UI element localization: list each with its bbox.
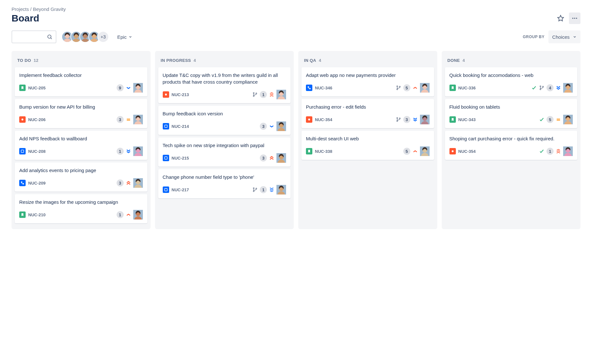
column-header: DONE 4 [445,54,578,67]
card[interactable]: Multi-dest search UI web NUC-338 5 [301,131,434,160]
assignee-avatar[interactable] [420,83,430,93]
story-points-badge: 4 [547,84,554,91]
priority-low-icon [126,85,131,91]
assignee-avatar[interactable] [276,90,286,99]
svg-point-28 [253,95,254,96]
breadcrumb-project[interactable]: Beyond Gravity [33,6,66,12]
story-points-badge: 3 [260,123,267,130]
assignee-avatar[interactable] [563,115,573,124]
story-points-badge: 3 [117,179,124,186]
svg-point-14 [21,119,23,120]
priority-lowest-icon [555,85,561,91]
story-points-badge: 5 [403,84,410,91]
assignee-avatar[interactable] [133,178,143,188]
issue-type-task-icon [19,148,26,154]
priority-lowest-icon [412,117,418,122]
svg-rect-21 [23,183,24,185]
assignee-avatar[interactable] [133,210,143,219]
card-title: Add NPS feedback to wallboard [19,135,143,142]
avatar-overflow[interactable]: +3 [97,31,109,43]
avatar-stack[interactable]: +3 [62,31,109,43]
assignee-avatar[interactable] [420,115,430,124]
card[interactable]: Implement feedback collector NUC-205 9 [15,67,147,96]
card[interactable]: Purchasing error - edit fields NUC-354 3 [301,99,434,128]
card[interactable]: Quick booking for accomodations - web NU… [445,67,578,96]
story-points-badge: 1 [117,148,124,155]
column-todo: TO DO 12 Implement feedback collector NU… [12,51,151,229]
story-points-badge: 3 [260,154,267,161]
assignee-avatar[interactable] [276,121,286,131]
page-title: Board [12,13,39,24]
epic-filter[interactable]: Epic [114,31,136,43]
priority-mediumhigh-icon [412,85,418,91]
priority-low-icon [269,123,275,129]
more-button[interactable] [569,12,580,24]
card[interactable]: Resize the images for the upcoming campa… [15,194,147,223]
groupby-select[interactable]: Choices [548,30,580,43]
priority-medium-icon [126,117,131,122]
chevron-down-icon [573,35,577,39]
card[interactable]: Add analytics events to pricing page NUC… [15,162,147,192]
svg-rect-17 [21,150,24,153]
assignee-avatar[interactable] [133,115,143,124]
priority-mediumhigh-icon [126,212,131,218]
card[interactable]: Bump feedback icon version NUC-214 3 [158,106,291,135]
story-points-badge: 5 [547,116,554,123]
card[interactable]: Adapt web app no new payments provider N… [301,67,434,96]
card-title: Bump feedback icon version [163,110,286,117]
card[interactable]: Bump version for new API for billing NUC… [15,99,147,128]
assignee-avatar[interactable] [276,185,286,194]
star-button[interactable] [555,12,566,24]
column-header: IN QA 4 [301,54,434,67]
issue-type-story-icon [19,211,26,218]
card-key: NUC-213 [172,92,189,97]
svg-point-0 [572,18,573,19]
column-inqa: IN QA 4 Adapt web app no new payments pr… [298,51,437,229]
priority-lowest-icon [126,148,131,154]
card-title: Fluid booking on tablets [449,103,573,110]
priority-mediumhigh-icon [412,148,418,154]
assignee-avatar[interactable] [133,146,143,156]
card-key: NUC-346 [315,86,332,90]
column-count: 4 [193,58,196,63]
card-title: Change phone number field type to 'phone… [163,174,286,180]
star-icon [557,15,564,22]
story-points-badge: 3 [117,116,124,123]
svg-point-39 [253,188,254,189]
issue-type-bug-icon [449,148,456,154]
issue-type-subtask-icon [19,180,26,186]
svg-point-66 [452,150,454,152]
card[interactable]: Change phone number field type to 'phone… [158,169,291,198]
card[interactable]: Shoping cart purchasing error - quick fi… [445,131,578,160]
branch-icon [396,85,401,91]
assignee-avatar[interactable] [133,83,143,93]
svg-rect-38 [165,188,167,191]
priority-lowest2-icon [269,187,275,193]
branch-icon [252,92,258,97]
search-input[interactable] [12,30,56,43]
card[interactable]: Fluid booking on tablets NUC-343 5 [445,99,578,128]
card[interactable]: Add NPS feedback to wallboard NUC-208 1 [15,131,147,160]
assignee-avatar[interactable] [563,83,573,93]
done-check-icon [531,85,537,91]
column-done: DONE 4 Quick booking for accomodations -… [442,51,581,229]
svg-point-61 [542,86,543,87]
assignee-avatar[interactable] [276,153,286,163]
breadcrumb-root[interactable]: Projects [12,6,29,12]
svg-point-3 [48,35,51,38]
assignee-avatar[interactable] [563,146,573,156]
card-key: NUC-210 [28,212,45,217]
column-header: TO DO 12 [15,54,147,67]
card-title: Shoping cart purchasing error - quick fi… [449,135,573,142]
card[interactable]: Tech spike on new stripe integration wit… [158,137,291,167]
svg-point-41 [256,188,257,189]
svg-rect-20 [21,182,22,183]
assignee-avatar[interactable] [420,146,430,156]
card-title: Implement feedback collector [19,72,143,79]
card[interactable]: Update T&C copy with v1.9 from the write… [158,67,291,103]
column-title: IN PROGRESS [161,58,191,63]
card-key: NUC-208 [28,149,45,154]
card-title: Multi-dest search UI web [306,135,430,142]
issue-type-task-icon [163,186,169,193]
svg-rect-45 [309,88,311,89]
